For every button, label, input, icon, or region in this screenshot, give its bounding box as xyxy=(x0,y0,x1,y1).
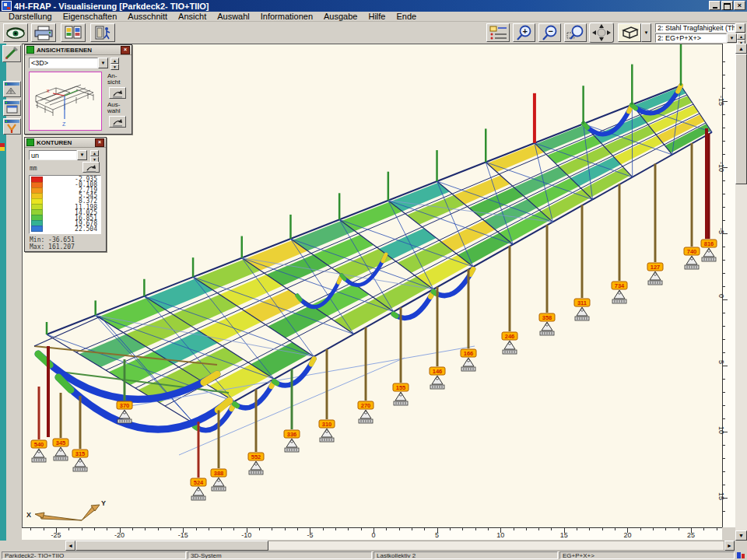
vertical-scroll-thumb[interactable] xyxy=(735,54,747,184)
legend-max: Max: 161.207 xyxy=(30,243,75,250)
zoom-in-button[interactable]: + xyxy=(513,23,535,42)
horizontal-scroll-thumb[interactable] xyxy=(75,541,268,551)
support-tag[interactable]: 388 xyxy=(211,469,226,477)
menu-auswahl[interactable]: Auswahl xyxy=(212,12,255,22)
support-tag[interactable]: 146 xyxy=(430,367,445,375)
minimized-fork-panel-button[interactable] xyxy=(3,118,21,135)
support-tag[interactable]: 127 xyxy=(647,263,663,271)
view-select-arrow[interactable]: ▼ xyxy=(98,58,108,68)
ruler-label: 25 xyxy=(687,531,695,539)
support-tag[interactable]: 540 xyxy=(31,440,47,448)
spinner-up-icon[interactable]: ▲ xyxy=(90,150,99,156)
support-tag[interactable]: 310 xyxy=(319,420,335,428)
minimized-window-panel-button[interactable] xyxy=(3,100,21,116)
menu-informationen[interactable]: Informationen xyxy=(255,12,318,22)
maximize-button[interactable] xyxy=(721,1,733,10)
preview-eye-button[interactable] xyxy=(3,23,28,42)
view-cube-button[interactable] xyxy=(618,23,641,42)
view-cube-icon xyxy=(619,24,640,41)
menu-hilfe[interactable]: Hilfe xyxy=(363,12,391,22)
unit-apply-button[interactable] xyxy=(82,162,100,173)
support-tag[interactable]: 345 xyxy=(53,439,68,446)
minimize-button[interactable] xyxy=(709,1,721,10)
pan-navigator[interactable] xyxy=(589,23,614,43)
view-spinner[interactable]: ▲ ▼ xyxy=(110,58,119,68)
support-tag[interactable]: 270 xyxy=(358,401,374,409)
edit-pencil-button[interactable] xyxy=(2,45,21,62)
view-select[interactable]: <3D> xyxy=(29,58,98,68)
support-tag[interactable]: 311 xyxy=(574,299,590,306)
minimized-net-panel-button[interactable] xyxy=(3,81,21,97)
print-button[interactable] xyxy=(31,23,56,42)
ruler-tick xyxy=(615,528,615,530)
svg-text:127: 127 xyxy=(651,264,661,271)
support-tag[interactable]: 552 xyxy=(248,453,264,460)
support-tag[interactable]: 315 xyxy=(72,450,88,457)
quantity-select[interactable]: un xyxy=(29,150,77,160)
ruler-tick xyxy=(488,528,489,530)
loadcase-select-arrow[interactable]: ▼ xyxy=(727,33,737,43)
ansicht-panel-close-icon[interactable]: × xyxy=(121,46,130,54)
ansicht-apply-button[interactable] xyxy=(109,87,126,99)
quantity-select-arrow[interactable]: ▼ xyxy=(77,150,87,160)
menu-ausschnitt[interactable]: Ausschnitt xyxy=(122,12,173,22)
horizontal-scrollbar[interactable]: ◄ ► xyxy=(0,541,747,551)
zoom-window-button[interactable] xyxy=(564,23,587,42)
support-tag[interactable]: 816 xyxy=(701,240,717,247)
support-tag[interactable]: 246 xyxy=(502,332,517,340)
support-tag[interactable]: 336 xyxy=(284,430,300,438)
result-select-arrow[interactable]: ▼ xyxy=(735,23,745,33)
close-button[interactable]: × xyxy=(734,1,745,10)
view-cube-dropdown[interactable]: ▼ xyxy=(641,23,651,42)
ruler-tick xyxy=(285,528,286,530)
scroll-down-icon[interactable]: ▼ xyxy=(735,530,747,541)
quantity-spinner[interactable]: ▲ ▼ xyxy=(90,150,99,160)
exit-button[interactable] xyxy=(90,23,115,42)
support-tag[interactable]: 740 xyxy=(684,247,700,255)
menu-ausgabe[interactable]: Ausgabe xyxy=(318,12,363,22)
view-thumbnail-sketch: x Z xyxy=(30,72,100,128)
konturen-panel-titlebar[interactable]: KONTUREN × xyxy=(25,138,106,148)
result-select[interactable]: 2: Stahl Tragfähigkeit (Th. 2. O xyxy=(655,23,735,33)
support-tag[interactable]: 524 xyxy=(191,478,206,486)
svg-text:310: 310 xyxy=(322,421,332,428)
loadcase-spinner[interactable]: ▲ ▼ xyxy=(737,33,745,43)
unit-label: mm xyxy=(30,165,37,172)
menu-ende[interactable]: Ende xyxy=(391,12,422,22)
support-tag[interactable]: 166 xyxy=(461,349,476,357)
display-properties-button[interactable] xyxy=(486,23,510,42)
menu-eigenschaften[interactable]: Eigenschaften xyxy=(58,12,123,22)
vertical-scrollbar[interactable]: ▲ ▼ xyxy=(735,44,747,541)
eye-icon xyxy=(4,24,27,41)
zoom-in-icon: + xyxy=(514,24,535,41)
auswahl-label: Aus-wahl xyxy=(107,102,120,114)
ruler-tick xyxy=(94,528,95,530)
menu-darstellung[interactable]: Darstellung xyxy=(3,12,58,22)
support-tag[interactable]: 155 xyxy=(393,383,409,391)
support-tag[interactable]: 358 xyxy=(539,313,555,321)
menu-ansicht[interactable]: Ansicht xyxy=(173,12,212,22)
report-pages-button[interactable] xyxy=(61,23,86,42)
spinner-up-icon[interactable]: ▲ xyxy=(110,58,119,64)
scroll-left-icon[interactable]: ◄ xyxy=(65,541,75,551)
spinner-down-icon[interactable]: ▼ xyxy=(110,64,119,70)
svg-text:+: + xyxy=(523,26,528,36)
legend-swatch xyxy=(31,226,43,232)
spinner-up-icon[interactable]: ▲ xyxy=(737,33,745,40)
zoom-out-button[interactable]: − xyxy=(538,23,561,42)
scroll-up-icon[interactable]: ▲ xyxy=(735,44,747,54)
scroll-right-icon[interactable]: ► xyxy=(724,541,735,551)
mini-marker[interactable] xyxy=(0,143,5,151)
title-bar: 4H-FRAP - Visualisierung [Parkdeck2- TIO… xyxy=(0,0,747,12)
ansicht-ebenen-panel: ANSICHT/EBENEN × <3D> ▼ ▲ ▼ x Z An-sicht xyxy=(24,44,132,135)
svg-text:155: 155 xyxy=(396,384,406,391)
loadcase-select[interactable]: 2: EG+P+X+> xyxy=(655,33,727,43)
ruler-tick xyxy=(82,528,82,530)
support-tag[interactable]: 370 xyxy=(117,401,132,409)
auswahl-apply-button[interactable] xyxy=(109,116,126,128)
support-tag[interactable]: 734 xyxy=(612,282,627,289)
konturen-panel-close-icon[interactable]: × xyxy=(95,138,104,147)
ruler-tick xyxy=(272,528,272,530)
ruler-label: 10 xyxy=(717,426,725,434)
ansicht-panel-titlebar[interactable]: ANSICHT/EBENEN × xyxy=(25,45,132,55)
